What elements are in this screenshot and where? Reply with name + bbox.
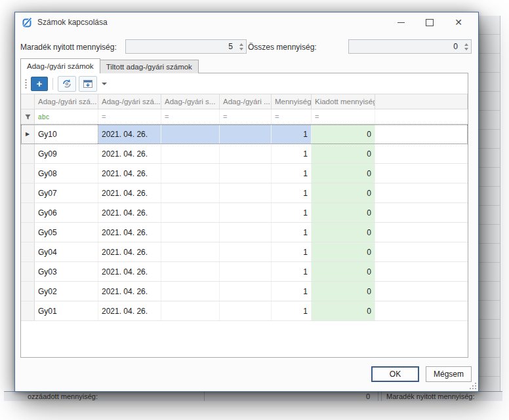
remaining-open-quantity-field[interactable]: 5 (125, 39, 247, 54)
minimize-button[interactable] (386, 12, 415, 32)
grid-cell-empty[interactable] (220, 282, 272, 301)
grid-cell-quantity[interactable]: 1 (272, 242, 312, 261)
table-row[interactable]: Gy032021. 04. 26.10 (21, 262, 468, 282)
grid-cell-date[interactable]: 2021. 04. 26. (98, 262, 161, 281)
grid-cell-quantity[interactable]: 1 (272, 203, 312, 222)
grid-cell-serial[interactable]: Gy02 (35, 282, 98, 301)
tab-tiltott-adag-gyari-szamok[interactable]: Tiltott adag-/gyári számok (100, 60, 199, 73)
sync-settings-button[interactable] (58, 76, 76, 92)
grid-cell-empty[interactable] (220, 242, 272, 261)
grid-cell-issued[interactable]: 0 (312, 242, 375, 261)
grid-cell-quantity[interactable]: 1 (272, 164, 312, 183)
grid-cell-serial[interactable]: Gy05 (35, 223, 98, 242)
grid-cell-empty[interactable] (161, 183, 220, 202)
grid-cell-date[interactable]: 2021. 04. 26. (98, 282, 161, 301)
toolbar-drag-handle[interactable] (25, 79, 27, 88)
grid-cell-issued[interactable]: 0 (312, 124, 375, 143)
grid-cell-empty[interactable] (161, 144, 220, 163)
filter-cell[interactable]: = (220, 109, 272, 124)
grid-cell-issued[interactable]: 0 (312, 203, 375, 222)
spinner-arrows[interactable] (236, 40, 246, 53)
grid-cell-date[interactable]: 2021. 04. 26. (98, 144, 161, 163)
filter-cell[interactable]: = (272, 109, 312, 124)
spin-down-icon[interactable] (464, 48, 468, 50)
grid-cell-quantity[interactable]: 1 (272, 301, 312, 320)
table-row[interactable]: Gy012021. 04. 26.10 (21, 301, 468, 321)
grid-cell-serial[interactable]: Gy08 (35, 164, 98, 183)
grid-cell-issued[interactable]: 0 (312, 262, 375, 281)
add-row-button[interactable]: + (31, 77, 48, 91)
grid-cell-empty[interactable] (220, 223, 272, 242)
grid-cell-issued[interactable]: 0 (312, 282, 375, 301)
grid-cell-quantity[interactable]: 1 (272, 262, 312, 281)
grid-cell-quantity[interactable]: 1 (272, 223, 312, 242)
grid-cell-empty[interactable] (161, 242, 220, 261)
filter-cell[interactable]: = (312, 109, 375, 124)
grid-cell-date[interactable]: 2021. 04. 26. (98, 183, 161, 202)
table-row[interactable]: Gy082021. 04. 26.10 (21, 164, 468, 183)
grid-cell-quantity[interactable]: 1 (272, 183, 312, 202)
text-filter-type[interactable]: abc (38, 113, 50, 121)
table-row[interactable]: Gy092021. 04. 26.10 (21, 144, 468, 164)
filter-cell[interactable]: = (161, 109, 220, 124)
grid-cell-issued[interactable]: 0 (312, 223, 375, 242)
column-header[interactable]: Adag-/gyári szá... (98, 94, 161, 109)
grid-cell-issued[interactable]: 0 (312, 144, 375, 163)
grid-cell-quantity[interactable]: 1 (272, 282, 312, 301)
table-row[interactable]: Gy072021. 04. 26.10 (21, 183, 468, 203)
grid-cell-empty[interactable] (161, 301, 220, 320)
spin-down-icon[interactable] (239, 48, 243, 50)
grid-cell-serial[interactable]: Gy07 (35, 183, 98, 202)
table-row[interactable]: Gy052021. 04. 26.10 (21, 223, 468, 242)
grid-cell-issued[interactable]: 0 (312, 183, 375, 202)
grid-cell-empty[interactable] (161, 164, 220, 183)
spinner-arrows[interactable] (461, 40, 471, 53)
grid-cell-empty[interactable] (220, 164, 272, 183)
table-row[interactable]: ▶Gy102021. 04. 26.10 (21, 124, 468, 144)
maximize-button[interactable] (415, 12, 444, 32)
grid-cell-empty[interactable] (161, 262, 220, 281)
table-row[interactable]: Gy042021. 04. 26.10 (21, 242, 468, 262)
grid-cell-empty[interactable] (220, 183, 272, 202)
column-header[interactable]: Mennyiség (272, 94, 312, 109)
grid-cell-serial[interactable]: Gy01 (35, 301, 98, 320)
grid-cell-date[interactable]: 2021. 04. 26. (98, 164, 161, 183)
tab-adag-gyari-szamok[interactable]: Adag-/gyári számok (20, 58, 100, 73)
grid-cell-empty[interactable] (161, 223, 220, 242)
grid-cell-empty[interactable] (220, 144, 272, 163)
grid-cell-issued[interactable]: 0 (312, 164, 375, 183)
grid-cell-serial[interactable]: Gy06 (35, 203, 98, 222)
grid-cell-empty[interactable] (220, 301, 272, 320)
grid-cell-empty[interactable] (220, 124, 272, 143)
cancel-button[interactable]: Mégsem (426, 366, 472, 382)
spin-up-icon[interactable] (464, 43, 468, 46)
grid-cell-quantity[interactable]: 1 (272, 144, 312, 163)
title-bar[interactable]: Számok kapcsolása ✕ (15, 12, 478, 32)
grid-cell-empty[interactable] (220, 203, 272, 222)
resize-grip[interactable] (469, 382, 476, 389)
grid-cell-empty[interactable] (161, 282, 220, 301)
column-header[interactable]: Adag-/gyári ... (220, 94, 272, 109)
grid-cell-date[interactable]: 2021. 04. 26. (98, 124, 161, 143)
total-quantity-field[interactable]: 0 (348, 39, 472, 54)
grid-cell-quantity[interactable]: 1 (272, 124, 312, 143)
column-header[interactable]: Adag-/gyári szá... (35, 94, 98, 109)
grid-cell-date[interactable]: 2021. 04. 26. (98, 203, 161, 222)
spin-up-icon[interactable] (239, 43, 243, 46)
grid-cell-serial[interactable]: Gy10 (35, 124, 98, 143)
close-button[interactable]: ✕ (444, 12, 473, 32)
grid-cell-date[interactable]: 2021. 04. 26. (98, 223, 161, 242)
grid-cell-empty[interactable] (220, 262, 272, 281)
grid-cell-date[interactable]: 2021. 04. 26. (98, 242, 161, 261)
table-row[interactable]: Gy022021. 04. 26.10 (21, 282, 468, 301)
filter-cell[interactable]: abc (35, 109, 98, 124)
column-header[interactable]: Adag-/gyári s... (161, 94, 220, 109)
grid-cell-date[interactable]: 2021. 04. 26. (98, 301, 161, 320)
column-header[interactable]: Kiadott mennyiség (312, 94, 375, 109)
filter-cell[interactable]: = (98, 109, 161, 124)
grid-cell-serial[interactable]: Gy04 (35, 242, 98, 261)
grid-cell-serial[interactable]: Gy09 (35, 144, 98, 163)
grid-cell-empty[interactable] (161, 124, 220, 143)
grid-cell-empty[interactable] (161, 203, 220, 222)
table-row[interactable]: Gy062021. 04. 26.10 (21, 203, 468, 223)
